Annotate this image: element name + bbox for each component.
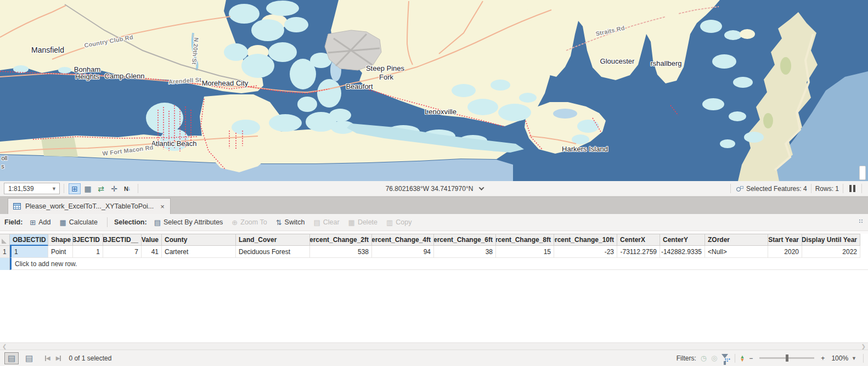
table-icon — [13, 203, 21, 210]
cell-start-year[interactable]: 2020 — [768, 246, 802, 258]
pause-drawing-icon[interactable] — [849, 185, 855, 192]
toolbar-menu-icon[interactable] — [859, 219, 865, 225]
cell-centerx[interactable]: -73112.2759 — [617, 246, 660, 258]
column-header-county[interactable]: County — [162, 234, 236, 246]
tab-close-icon[interactable]: × — [160, 202, 165, 211]
separator — [138, 184, 138, 193]
column-header-land-cover[interactable]: Land_Cover — [236, 234, 310, 246]
row-number[interactable]: 1 — [0, 246, 10, 258]
column-header-pct-change-6ft[interactable]: Percent_Change_6ft — [434, 234, 496, 246]
cell-objectid-star[interactable]: 1 — [10, 246, 48, 258]
cell-pct-change-8ft[interactable]: 15 — [496, 246, 554, 258]
cell-pct-change-10ft[interactable]: -23 — [554, 246, 617, 258]
rows-count: Rows: 1 — [815, 185, 839, 193]
cell-zorder[interactable]: <Null> — [705, 246, 768, 258]
table-view-button[interactable]: ▤ — [4, 352, 19, 364]
column-header-shape[interactable]: Shape * — [48, 234, 73, 246]
zoom-percent-value: 100% — [831, 354, 848, 362]
switch-selection-icon[interactable]: ⇄ — [95, 183, 107, 194]
column-header-pct-change-2ft[interactable]: Percent_Change_2ft — [310, 234, 372, 246]
map-label-lenoxville: Lenoxville — [425, 108, 456, 116]
scroll-left-icon[interactable]: ❮ — [2, 344, 7, 350]
cell-centery[interactable]: -142882.9335 — [660, 246, 705, 258]
column-header-objectid[interactable]: OBJECTID — [73, 234, 103, 246]
chevron-down-icon[interactable] — [478, 185, 484, 190]
cell-land-cover[interactable]: Deciduous Forest — [236, 246, 310, 258]
map-label-marshallberg: rshallberg — [650, 59, 681, 67]
separator — [107, 217, 108, 227]
cell-pct-change-6ft[interactable]: 38 — [434, 246, 496, 258]
table-status-bar: ▤ ▤ ◀ ▶ 0 of 1 selected Filters: ◷ ◎ ▲▼ … — [0, 350, 868, 366]
cell-county[interactable]: Carteret — [162, 246, 236, 258]
cell-objectid2[interactable]: 7 — [103, 246, 142, 258]
map-status-bar: 1:81,539 ▼ ⊞ ▦ ⇄ ✛ N↓ 76.8021638°W 34.74… — [0, 181, 868, 196]
add-row-text[interactable]: Click to add new row. — [10, 258, 868, 270]
cell-value[interactable]: 41 — [142, 246, 162, 258]
zoom-out-button[interactable]: − — [749, 354, 753, 362]
column-header-start-year[interactable]: Start Year — [768, 234, 802, 246]
last-record-icon[interactable]: ▶ — [56, 355, 61, 361]
attribute-table-icon[interactable]: ▦ — [82, 183, 94, 194]
filter-funnel-icon[interactable] — [722, 355, 730, 362]
table-toolbar: Field: ⊞ Add ▦ Calculate Selection: ▤ Se… — [0, 214, 868, 230]
add-new-row[interactable]: Click to add new row. — [0, 258, 868, 270]
scroll-right-icon[interactable]: ❯ — [861, 344, 866, 350]
selection-group-label: Selection: — [114, 218, 147, 226]
range-filter-icon: ◎ — [711, 354, 717, 362]
cell-objectid[interactable]: 1 — [73, 246, 103, 258]
clear-selection-button: ▤ Clear — [311, 217, 342, 228]
north-arrow-icon[interactable]: N↓ — [121, 183, 133, 194]
column-header-objectid-star[interactable]: OBJECTID * — [10, 234, 48, 246]
zoom-slider-handle[interactable] — [786, 354, 788, 362]
zoom-percent-dropdown[interactable]: 100% ▼ — [829, 353, 859, 363]
column-header-display-until-year[interactable]: Display Until Year — [802, 234, 860, 246]
column-header-value[interactable]: Value — [142, 234, 162, 246]
table-header-row: OBJECTID * Shape * OBJECTID OBJECTID__ V… — [0, 234, 868, 246]
switch-selection-icon: ⇅ — [276, 219, 282, 226]
tab-title: Please_work_ExcelToT..._XYTableToPoi... — [25, 202, 154, 210]
sort-arrows-icon[interactable]: ▲▼ — [740, 355, 745, 362]
zoom-to-icon: ⊕ — [232, 219, 238, 226]
first-record-icon[interactable]: ◀ — [45, 355, 50, 361]
add-row-header[interactable] — [0, 258, 10, 270]
calculate-field-button[interactable]: ▦ Calculate — [57, 217, 100, 228]
scale-dropdown-caret-icon[interactable]: ▼ — [52, 186, 57, 192]
pan-to-selection-icon[interactable]: ⊞ — [69, 183, 81, 194]
time-filter-icon: ◷ — [701, 354, 707, 362]
map-scrollbar[interactable] — [859, 166, 866, 180]
snapping-crosshair-icon[interactable]: ✛ — [108, 183, 120, 194]
coordinates-readout[interactable]: 76.8021638°W 34.7417970°N — [386, 185, 483, 193]
cell-display-until-year[interactable]: 2022 — [802, 246, 860, 258]
column-header-centerx[interactable]: CenterX — [617, 234, 660, 246]
zoom-slider[interactable] — [759, 357, 814, 359]
selected-features-count: Selected Features: 4 — [746, 185, 807, 193]
horizontal-scrollbar[interactable]: ❮ ❯ — [0, 342, 868, 350]
table-empty-area — [0, 270, 868, 342]
column-header-objectid2[interactable]: OBJECTID__ — [103, 234, 142, 246]
map-scale-combo[interactable]: 1:81,539 ▼ — [4, 183, 60, 194]
add-field-button[interactable]: ⊞ Add — [27, 217, 53, 228]
form-view-button[interactable]: ▤ — [22, 352, 36, 364]
map-label-oll: oll — [1, 155, 7, 161]
cell-pct-change-4ft[interactable]: 94 — [372, 246, 434, 258]
map-label-steep-pines: Steep Pines — [366, 64, 404, 72]
cell-shape[interactable]: Point — [48, 246, 73, 258]
map-view[interactable]: Mansfield Country Club Rd Bonham Heights… — [0, 0, 868, 181]
map-label-s: s — [1, 163, 4, 170]
column-header-pct-change-8ft[interactable]: Percent_Change_8ft — [496, 234, 554, 246]
zoom-in-button[interactable]: + — [821, 354, 825, 362]
column-header-zorder[interactable]: ZOrder — [705, 234, 768, 246]
select-by-attributes-button[interactable]: ▤ Select By Attributes — [151, 217, 226, 228]
separator — [843, 184, 843, 193]
table-corner-cell[interactable] — [0, 234, 10, 246]
separator — [863, 354, 864, 363]
column-header-centery[interactable]: CenterY — [660, 234, 705, 246]
table-row[interactable]: 1 1 Point 1 7 41 Carteret Deciduous Fore… — [0, 246, 868, 258]
cell-pct-change-2ft[interactable]: 538 — [310, 246, 372, 258]
column-header-pct-change-10ft[interactable]: Percent_Change_10ft — [554, 234, 617, 246]
switch-selection-button[interactable]: ⇅ Switch — [273, 217, 308, 228]
zoom-to-selection-icon[interactable] — [735, 184, 743, 193]
column-header-pct-change-4ft[interactable]: Percent_Change_4ft — [372, 234, 434, 246]
map-label-fork: Fork — [379, 73, 393, 81]
tab-attribute-table[interactable]: Please_work_ExcelToT..._XYTableToPoi... … — [8, 198, 171, 214]
